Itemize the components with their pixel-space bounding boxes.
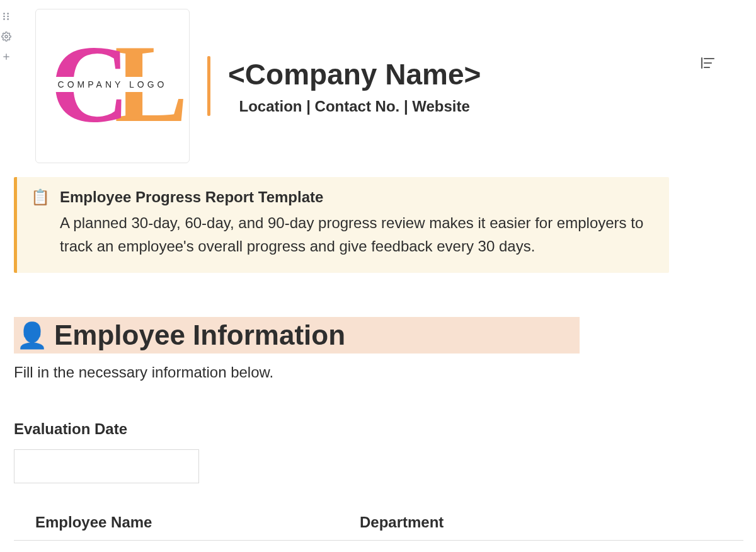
svg-point-6 [5, 35, 8, 38]
section-title: Employee Information [54, 319, 345, 351]
employee-name-header: Employee Name [35, 514, 360, 531]
employee-table-headers: Employee Name Department [14, 514, 743, 541]
department-header: Department [360, 514, 617, 531]
clipboard-icon: 📋 [31, 188, 50, 258]
callout-block[interactable]: 📋 Employee Progress Report Template A pl… [14, 177, 669, 273]
company-name[interactable]: <Company Name> [228, 57, 481, 91]
gear-icon[interactable] [1, 32, 11, 42]
svg-point-1 [7, 13, 9, 14]
company-block: <Company Name> Location | Contact No. | … [228, 57, 481, 115]
company-logo[interactable]: L C COMPANY LOGO [35, 9, 190, 163]
callout-title: Employee Progress Report Template [60, 188, 654, 206]
accent-bar [207, 56, 210, 116]
section-heading[interactable]: 👤 Employee Information [14, 317, 580, 354]
evaluation-date-label: Evaluation Date [14, 420, 743, 438]
callout-body: Employee Progress Report Template A plan… [60, 188, 654, 258]
person-icon: 👤 [16, 321, 48, 350]
company-subtitle[interactable]: Location | Contact No. | Website [228, 98, 481, 115]
svg-point-2 [3, 16, 5, 18]
svg-point-4 [3, 18, 5, 20]
drag-handle-icon[interactable] [1, 11, 11, 21]
left-rail [0, 0, 13, 62]
svg-point-3 [7, 16, 9, 18]
svg-point-5 [7, 18, 9, 20]
svg-point-0 [3, 13, 5, 14]
section-heading-wrap: 👤 Employee Information [14, 317, 580, 354]
callout-text: A planned 30-day, 60-day, and 90-day pro… [60, 211, 654, 258]
logo-band-text: COMPANY LOGO [58, 79, 168, 89]
document-body: L C COMPANY LOGO <Company Name> Location… [0, 0, 756, 541]
toc-icon[interactable] [700, 57, 715, 72]
logo-band: COMPANY LOGO [47, 77, 179, 92]
logo-inner: L C COMPANY LOGO [47, 33, 179, 140]
evaluation-date-input[interactable] [14, 449, 199, 483]
section-subtitle[interactable]: Fill in the necessary information below. [14, 364, 743, 381]
header-row: L C COMPANY LOGO <Company Name> Location… [14, 0, 743, 163]
plus-icon[interactable] [1, 52, 11, 62]
